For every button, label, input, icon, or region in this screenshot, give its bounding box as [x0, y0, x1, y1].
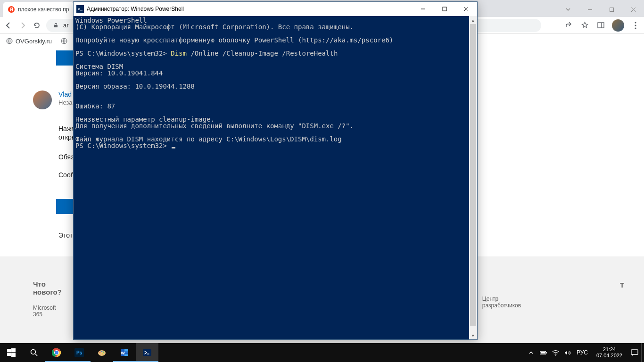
- svg-point-7: [635, 27, 636, 29]
- windows-logo-icon: [6, 347, 17, 358]
- post-author-avatar[interactable]: [33, 90, 52, 109]
- chrome-chevron-icon[interactable]: [557, 2, 579, 17]
- bookmark-item-2[interactable]: [60, 37, 68, 45]
- powershell-taskbar-icon: [142, 347, 152, 358]
- start-button[interactable]: [0, 343, 23, 362]
- terminal-line: Версия образа: 10.0.19044.1288: [75, 82, 195, 90]
- svg-rect-13: [7, 353, 11, 356]
- powershell-scrollbar[interactable]: ▴ ▾: [469, 16, 477, 339]
- yandex-favicon-icon: Я: [8, 6, 15, 13]
- taskbar-paint[interactable]: [91, 343, 113, 362]
- svg-rect-11: [7, 349, 11, 352]
- svg-text:Я: Я: [9, 7, 13, 12]
- svg-rect-14: [11, 353, 16, 357]
- svg-point-27: [102, 354, 104, 355]
- terminal-command: Dism: [171, 49, 187, 57]
- svg-rect-38: [631, 350, 638, 354]
- footer-link[interactable]: Центр разработчиков: [482, 296, 521, 309]
- chrome-window-controls: [557, 2, 644, 17]
- svg-rect-36: [541, 352, 545, 354]
- taskbar-search-button[interactable]: [23, 343, 45, 362]
- footer-link[interactable]: Microsoft 365: [33, 304, 62, 318]
- chrome-maximize-button[interactable]: [601, 2, 622, 17]
- terminal-line: Попробуйте новую кроссплатформенную обол…: [75, 36, 393, 44]
- terminal-prompt: PS C:\Windows\system32>: [75, 142, 171, 149]
- terminal-line: Ошибка: 87: [75, 102, 115, 110]
- svg-point-19: [55, 351, 58, 354]
- globe-icon: [6, 37, 13, 45]
- browser-tab-title: плохое качество пр: [18, 6, 69, 13]
- paint-icon: [97, 347, 107, 358]
- omnibox-text: ar: [63, 22, 69, 29]
- ps-close-button[interactable]: [455, 2, 477, 16]
- scroll-up-arrow-icon[interactable]: ▴: [469, 16, 477, 24]
- bookmark-star-icon[interactable]: [580, 21, 589, 30]
- back-button[interactable]: [4, 21, 13, 30]
- svg-point-25: [101, 351, 103, 352]
- svg-rect-3: [54, 25, 58, 27]
- chrome-minimize-button[interactable]: [579, 2, 601, 17]
- terminal-prompt: PS C:\Windows\system32>: [75, 49, 171, 57]
- show-desktop-button[interactable]: [641, 343, 644, 362]
- svg-text:Ps: Ps: [76, 350, 83, 355]
- bookmark-label: OVGorskiy.ru: [16, 38, 52, 45]
- tray-chevron-up-icon[interactable]: [528, 349, 535, 356]
- terminal-cursor: [172, 147, 175, 148]
- taskbar-photoshop[interactable]: Ps: [68, 343, 91, 362]
- svg-point-26: [103, 352, 105, 353]
- terminal-line: (C) Корпорация Майкрософт (Microsoft Cor…: [75, 23, 354, 31]
- system-tray: РУС 21:24 07.04.2022: [525, 343, 641, 362]
- side-panel-icon[interactable]: [596, 21, 605, 30]
- lock-icon: [51, 21, 60, 30]
- powershell-titlebar[interactable]: >_ Администратор: Windows PowerShell: [74, 2, 477, 16]
- word-icon: W: [119, 347, 130, 358]
- chrome-close-button[interactable]: [622, 2, 644, 17]
- svg-point-37: [555, 354, 556, 355]
- powershell-title: Администратор: Windows PowerShell: [87, 6, 184, 12]
- tray-volume-icon[interactable]: [564, 349, 572, 356]
- svg-rect-30: [124, 351, 128, 353]
- scroll-thumb[interactable]: [470, 24, 476, 326]
- chrome-menu-icon[interactable]: [631, 21, 640, 30]
- windows-taskbar: Ps W РУС 21:24 07.04.2022: [0, 343, 644, 362]
- taskbar-word[interactable]: W: [113, 343, 136, 362]
- tray-battery-icon[interactable]: [540, 349, 547, 356]
- svg-point-15: [31, 350, 36, 354]
- post-author-link[interactable]: Vlad: [58, 90, 72, 98]
- svg-text:W: W: [121, 351, 125, 355]
- ps-maximize-button[interactable]: [434, 2, 455, 16]
- share-icon[interactable]: [564, 21, 573, 30]
- browser-tab-active[interactable]: Я плохое качество пр: [3, 2, 74, 17]
- tray-time: 21:24: [596, 346, 622, 353]
- powershell-terminal-body[interactable]: Windows PowerShell (C) Корпорация Майкро…: [74, 16, 469, 339]
- tray-language[interactable]: РУС: [577, 349, 588, 356]
- ps-minimize-button[interactable]: [412, 2, 434, 16]
- powershell-icon: >_: [76, 5, 84, 13]
- bookmark-ovgorskiy[interactable]: OVGorskiy.ru: [6, 37, 52, 45]
- terminal-line: Версия: 10.0.19041.844: [75, 69, 163, 77]
- svg-point-5: [635, 22, 636, 23]
- forward-button[interactable]: [18, 21, 27, 30]
- tray-date: 07.04.2022: [596, 353, 622, 359]
- svg-rect-4: [598, 23, 604, 28]
- chrome-icon: [51, 347, 62, 358]
- powershell-window[interactable]: >_ Администратор: Windows PowerShell Win…: [73, 1, 478, 340]
- taskbar-chrome[interactable]: [45, 343, 68, 362]
- svg-rect-2: [610, 8, 613, 11]
- photoshop-icon: Ps: [74, 347, 84, 358]
- svg-rect-12: [11, 348, 16, 352]
- svg-point-24: [99, 352, 101, 353]
- tray-wifi-icon[interactable]: [552, 349, 560, 356]
- svg-rect-31: [124, 353, 128, 354]
- tray-notifications-icon[interactable]: [631, 349, 638, 356]
- taskbar-powershell[interactable]: [136, 343, 158, 362]
- svg-rect-35: [546, 352, 547, 354]
- scroll-down-arrow-icon[interactable]: ▾: [469, 331, 477, 339]
- footer-text: T: [620, 281, 624, 289]
- svg-point-6: [635, 25, 636, 26]
- profile-avatar[interactable]: [612, 19, 624, 32]
- terminal-line: Для получения дополнительных сведений вы…: [75, 122, 354, 130]
- tray-clock[interactable]: 21:24 07.04.2022: [593, 346, 626, 359]
- reload-button[interactable]: [32, 21, 41, 30]
- globe-icon: [60, 37, 68, 45]
